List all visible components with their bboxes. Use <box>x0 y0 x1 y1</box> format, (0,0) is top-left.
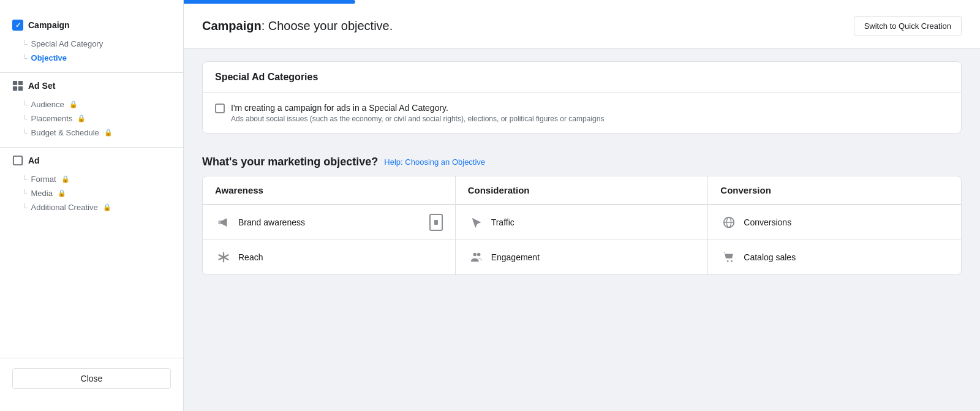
svg-point-14 <box>731 260 733 262</box>
svg-rect-1 <box>18 81 23 85</box>
switch-to-quick-button[interactable]: Switch to Quick Creation <box>854 16 962 36</box>
reach-label: Reach <box>238 252 263 262</box>
mobile-frame-icon <box>429 214 443 231</box>
header-awareness: Awareness <box>203 176 456 204</box>
sidebar-ad-section: Ad └ Format 🔒 └ Media 🔒 └ Additional Cre… <box>0 147 183 222</box>
objectives-row-1: Brand awareness Traf <box>203 205 961 240</box>
brand-awareness-label: Brand awareness <box>238 217 305 227</box>
marketing-objective-title: What's your marketing objective? <box>202 156 378 168</box>
sidebar: Campaign └ Special Ad Category └ Objecti… <box>0 0 184 411</box>
close-button[interactable]: Close <box>12 368 171 389</box>
engagement-label: Engagement <box>491 252 540 262</box>
obj-brand-awareness[interactable]: Brand awareness <box>203 205 456 239</box>
megaphone-icon <box>215 214 232 231</box>
branch-line-8: └ <box>22 203 28 212</box>
sidebar-footer: Close <box>0 358 183 399</box>
branch-line-6: └ <box>22 175 28 184</box>
sidebar-item-additional[interactable]: └ Additional Creative 🔒 <box>12 200 171 214</box>
adset-icon <box>12 80 23 91</box>
branch-line-5: └ <box>22 129 28 137</box>
sidebar-item-special-ad[interactable]: └ Special Ad Category <box>12 37 171 51</box>
sidebar-item-objective[interactable]: └ Objective <box>12 51 171 65</box>
obj-engagement[interactable]: Engagement <box>456 240 709 274</box>
content-header: Campaign: Choose your objective. Switch … <box>184 4 980 49</box>
lock-icon-format: 🔒 <box>61 175 70 183</box>
special-ad-sub-text: Ads about social issues (such as the eco… <box>231 115 604 123</box>
sidebar-adset-section: Ad Set └ Audience 🔒 └ Placements 🔒 └ Bud… <box>0 72 183 147</box>
help-link[interactable]: Help: Choosing an Objective <box>384 157 485 167</box>
special-ad-title: Special Ad Categories <box>203 62 961 93</box>
conversions-label: Conversions <box>744 217 791 227</box>
svg-point-12 <box>477 253 481 257</box>
special-ad-checkbox[interactable] <box>215 104 225 113</box>
objectives-grid: Awareness Consideration Conversion <box>202 176 962 275</box>
sidebar-ad-header: Ad <box>12 155 171 166</box>
header-consideration: Consideration <box>456 176 709 204</box>
special-ad-text: I'm creating a campaign for ads in a Spe… <box>231 103 604 123</box>
ad-icon <box>12 155 23 166</box>
svg-rect-4 <box>13 156 22 165</box>
sidebar-item-placements[interactable]: └ Placements 🔒 <box>12 111 171 126</box>
branch-line-4: └ <box>22 115 28 123</box>
obj-traffic[interactable]: Traffic <box>456 205 709 239</box>
lock-icon-audience: 🔒 <box>69 100 78 108</box>
lock-icon-media: 🔒 <box>58 189 66 197</box>
special-ad-main-text: I'm creating a campaign for ads in a Spe… <box>231 103 604 113</box>
sidebar-item-format[interactable]: └ Format 🔒 <box>12 172 171 186</box>
sidebar-objective-label: Objective <box>31 53 67 62</box>
cursor-icon <box>468 214 485 231</box>
main-content: Campaign: Choose your objective. Switch … <box>184 0 980 411</box>
sidebar-campaign-label: Campaign <box>28 20 70 30</box>
traffic-label: Traffic <box>491 217 514 227</box>
title-subtitle: : Choose your objective. <box>262 19 393 32</box>
title-campaign: Campaign <box>202 19 262 32</box>
svg-rect-2 <box>13 86 17 91</box>
svg-point-13 <box>727 260 729 262</box>
sidebar-media-label: Media <box>31 189 53 198</box>
special-ad-checkbox-row: I'm creating a campaign for ads in a Spe… <box>215 103 949 123</box>
content-body: Special Ad Categories I'm creating a cam… <box>184 49 980 287</box>
sidebar-additional-label: Additional Creative <box>31 203 98 212</box>
globe-icon <box>720 214 737 231</box>
sidebar-ad-label: Ad <box>28 156 40 165</box>
svg-rect-3 <box>18 86 23 91</box>
objectives-row-2: Reach Engagement <box>203 240 961 274</box>
sidebar-item-audience[interactable]: └ Audience 🔒 <box>12 97 171 111</box>
special-ad-card: Special Ad Categories I'm creating a cam… <box>202 61 962 134</box>
people-icon <box>468 249 485 266</box>
lock-icon-budget: 🔒 <box>104 129 113 137</box>
branch-line: └ <box>22 40 28 48</box>
sidebar-campaign-header: Campaign <box>12 20 171 31</box>
lock-icon-additional: 🔒 <box>103 203 111 211</box>
asterisk-icon <box>215 249 232 266</box>
lock-icon-placements: 🔒 <box>77 115 86 123</box>
objectives-header: Awareness Consideration Conversion <box>203 176 961 205</box>
page-title: Campaign: Choose your objective. <box>202 19 393 33</box>
obj-reach[interactable]: Reach <box>203 240 456 274</box>
cart-icon <box>720 249 737 266</box>
obj-catalog-sales[interactable]: Catalog sales <box>708 240 961 274</box>
svg-point-11 <box>473 253 477 257</box>
sidebar-placements-label: Placements <box>31 114 73 123</box>
branch-line-3: └ <box>22 100 28 109</box>
sidebar-item-media[interactable]: └ Media 🔒 <box>12 186 171 200</box>
sidebar-item-budget[interactable]: └ Budget & Schedule 🔒 <box>12 126 171 140</box>
special-ad-body: I'm creating a campaign for ads in a Spe… <box>203 93 961 133</box>
marketing-objective-section: What's your marketing objective? Help: C… <box>202 143 962 176</box>
sidebar-audience-label: Audience <box>31 100 64 109</box>
sidebar-budget-label: Budget & Schedule <box>31 128 99 137</box>
campaign-check-icon <box>12 20 23 31</box>
svg-rect-0 <box>13 81 17 85</box>
sidebar-campaign-section: Campaign └ Special Ad Category └ Objecti… <box>0 12 183 72</box>
branch-line-7: └ <box>22 189 28 198</box>
header-conversion: Conversion <box>708 176 961 204</box>
branch-line-2: └ <box>22 54 28 62</box>
sidebar-adset-header: Ad Set <box>12 80 171 91</box>
obj-conversions[interactable]: Conversions <box>708 205 961 239</box>
sidebar-adset-label: Ad Set <box>28 81 55 91</box>
catalog-sales-label: Catalog sales <box>744 252 796 262</box>
sidebar-special-ad-label: Special Ad Category <box>31 39 104 48</box>
sidebar-format-label: Format <box>31 175 56 184</box>
